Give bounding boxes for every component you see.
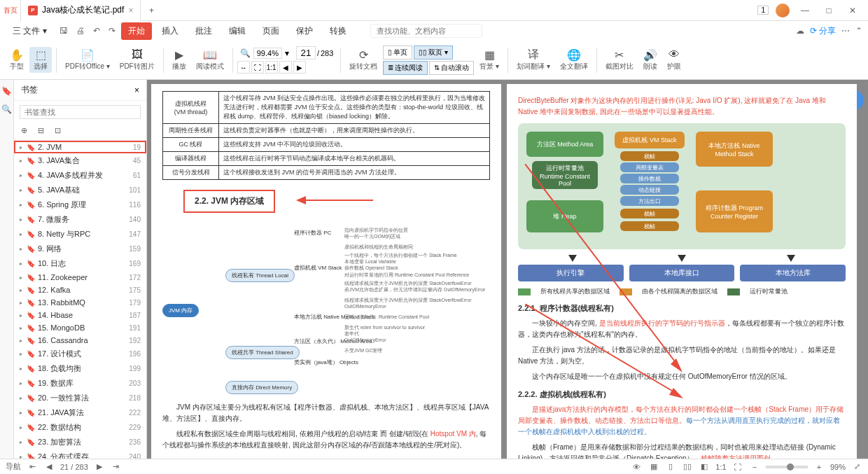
share-button[interactable]: ⟳ 分享	[810, 25, 836, 37]
tool-pdf-image[interactable]: 🖼PDF转图片	[115, 47, 159, 73]
document-viewport[interactable]: ✦ 虚拟机线程(VM thread)这个线程等待 JVM 到达安全点操作出现。这…	[147, 80, 868, 459]
close-button[interactable]: ✕	[844, 2, 861, 19]
tool-read-mode[interactable]: 📖阅读模式	[192, 47, 228, 73]
menu-print-icon[interactable]: 🖨	[74, 26, 88, 36]
status-view2-icon[interactable]: ▦	[648, 461, 659, 473]
tool-read-aloud[interactable]: 🔊朗读	[639, 47, 662, 73]
menu-protect[interactable]: 保护	[289, 22, 320, 40]
status-zoom-out-icon[interactable]: −	[749, 461, 760, 473]
tool-screenshot-compare[interactable]: ✂截图对比	[601, 47, 638, 73]
status-prev-page-icon[interactable]: ◀	[43, 461, 55, 473]
tool-pdf-office[interactable]: 📄PDF转Office ▾	[61, 47, 114, 73]
menu-search-input[interactable]	[370, 24, 482, 38]
menu-collapse-icon[interactable]: ⌃	[855, 26, 862, 36]
bookmark-collapse-icon[interactable]: ⊡	[55, 126, 66, 137]
status-fit-icon[interactable]: 1:1	[715, 461, 727, 473]
bookmark-item[interactable]: ▸🔖15. MongoDB191	[14, 321, 146, 334]
tab-count-badge[interactable]: 1	[757, 6, 769, 15]
rail-bookmark-icon[interactable]: 🔖	[1, 85, 13, 97]
bookmark-item[interactable]: ▸🔖10. 日志169	[14, 256, 146, 271]
bookmark-item[interactable]: ▸🔖18. 负载均衡199	[14, 361, 146, 376]
bookmark-add-icon[interactable]: ⊕	[21, 126, 32, 137]
cloud-icon[interactable]: ☁	[796, 26, 804, 36]
bookmark-item[interactable]: ▸🔖3. JAVA集合45	[14, 153, 146, 168]
menu-edit[interactable]: 编辑	[222, 22, 253, 40]
status-view4-icon[interactable]: ▯▯	[682, 461, 693, 473]
status-fit2-icon[interactable]: ⛶	[732, 461, 743, 473]
rail-search-icon[interactable]: 🔍	[1, 104, 13, 115]
new-tab-button[interactable]: +	[141, 6, 162, 15]
bookmark-expand-icon[interactable]: ⊟	[38, 126, 49, 137]
bookmark-item[interactable]: ▸🔖4. JAVA多线程并发61	[14, 168, 146, 183]
status-first-page-icon[interactable]: ⇤	[27, 461, 38, 473]
status-next-page-icon[interactable]: ▶	[94, 461, 105, 473]
menu-file[interactable]: 三 文件 ▾	[6, 22, 54, 40]
tool-play[interactable]: ▶播放	[168, 47, 190, 73]
next-page-icon[interactable]: ▶	[293, 61, 306, 74]
status-last-page-icon[interactable]: ⇥	[111, 461, 122, 473]
bookmark-item[interactable]: ▸🔖22. 数据结构229	[14, 420, 146, 435]
bookmark-item[interactable]: ▸🔖6. Spring 原理116	[14, 197, 146, 212]
menu-convert[interactable]: 转换	[323, 22, 354, 40]
menu-annotate[interactable]: 批注	[188, 22, 219, 40]
bookmark-item[interactable]: ▸🔖14. Hbase187	[14, 309, 146, 321]
bookmark-item[interactable]: ▸🔖24. 分布式缓存240	[14, 449, 146, 459]
tool-continuous[interactable]: ≣ 连续阅读	[383, 61, 428, 75]
bookmark-item[interactable]: ▸🔖19. 数据库203	[14, 376, 146, 391]
sidebar-close-icon[interactable]: ×	[134, 85, 139, 95]
bookmark-item[interactable]: ▸🔖12. Kafka175	[14, 284, 146, 296]
menu-insert[interactable]: 插入	[155, 22, 186, 40]
tool-select[interactable]: ⬚选择	[29, 47, 52, 73]
bookmark-item[interactable]: ▸🔖11. Zookeeper172	[14, 271, 146, 284]
zoom-value[interactable]: 99.4%	[253, 48, 282, 59]
menu-save-icon[interactable]: 🖫	[57, 26, 71, 36]
bookmark-item[interactable]: ▸🔖7. 微服务140	[14, 212, 146, 227]
tool-double-page[interactable]: ▯▯ 双页 ▾	[414, 46, 453, 60]
bookmark-item[interactable]: ▸🔖2. JVM19	[14, 141, 146, 153]
bookmark-item[interactable]: ▸🔖8. Netty 与RPC147	[14, 227, 146, 242]
tool-single-page[interactable]: ▯ 单页	[383, 46, 412, 60]
file-tab[interactable]: P Java核心成长笔记.pdf ×	[21, 0, 141, 21]
bookmark-search-input[interactable]	[20, 105, 141, 119]
maximize-button[interactable]: □	[820, 2, 837, 19]
bookmark-item[interactable]: ▸🔖17. 设计模式196	[14, 347, 146, 361]
fit-page-icon[interactable]: ⛶	[251, 61, 264, 74]
status-view5-icon[interactable]: ◧	[699, 461, 710, 473]
menu-more-icon[interactable]: ⋯	[841, 26, 850, 36]
bookmark-item[interactable]: ▸🔖5. JAVA基础101	[14, 183, 146, 197]
page-current-input[interactable]	[296, 46, 316, 60]
tool-hand[interactable]: ✋手型	[6, 47, 28, 73]
bookmark-item[interactable]: ▸🔖20. 一致性算法218	[14, 391, 146, 405]
zoom-reset-icon[interactable]: 1:1	[265, 61, 278, 74]
tab-close-icon[interactable]: ×	[128, 6, 133, 15]
tool-eye-protect[interactable]: 👁护眼	[663, 47, 685, 73]
bookmark-item[interactable]: ▸🔖21. JAVA算法222	[14, 405, 146, 420]
minimize-button[interactable]: —	[797, 2, 813, 19]
bookmark-item[interactable]: ▸🔖13. RabbitMQ179	[14, 296, 146, 309]
status-view1-icon[interactable]: 👁	[631, 461, 643, 473]
prev-page-icon[interactable]: ◀	[279, 61, 292, 74]
zoom-slider[interactable]	[766, 466, 808, 468]
menu-page[interactable]: 页面	[255, 22, 286, 40]
menu-undo-icon[interactable]: ↶	[90, 26, 103, 36]
status-expand-icon[interactable]: ⤢	[851, 461, 862, 473]
bookmark-item[interactable]: ▸🔖16. Cassandra192	[14, 334, 146, 347]
tool-translate-word[interactable]: 译划词翻译 ▾	[512, 47, 554, 73]
status-zoom-value[interactable]: 99%	[830, 463, 846, 471]
home-tab[interactable]: 首页	[0, 0, 21, 21]
tool-full-translate[interactable]: 🌐全文翻译	[556, 47, 592, 73]
user-avatar[interactable]	[776, 4, 790, 18]
menu-redo-icon[interactable]: ↷	[106, 26, 118, 36]
tool-rotate[interactable]: ⟳旋转文档	[345, 47, 382, 73]
zoom-out-icon[interactable]: 🔍	[240, 48, 251, 58]
fit-width-icon[interactable]: ↔	[237, 61, 250, 74]
bookmark-item[interactable]: ▸🔖23. 加密算法236	[14, 435, 146, 449]
status-view3-icon[interactable]: ▯	[665, 461, 676, 473]
menu-start[interactable]: 开始	[121, 22, 152, 40]
bookmark-item[interactable]: ▸🔖9. 网络159	[14, 242, 146, 256]
tool-background[interactable]: ▦背景 ▾	[475, 47, 503, 73]
bookmark-label: 10. 日志	[38, 258, 129, 269]
status-zoom-in-icon[interactable]: +	[813, 461, 825, 473]
zoom-dropdown-icon[interactable]: ▾	[285, 48, 289, 58]
tool-auto-scroll[interactable]: ⇅ 自动滚动	[429, 61, 474, 75]
